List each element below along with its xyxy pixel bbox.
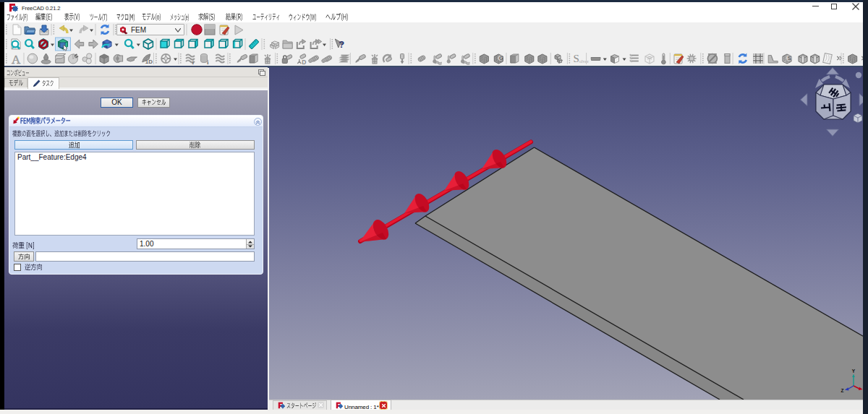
svg-text:Y: Y (852, 368, 856, 374)
svg-text:1D: 1D (145, 59, 153, 65)
svg-text:?: ? (339, 39, 344, 50)
svg-text:S: S (788, 55, 791, 61)
svg-text:A: A (12, 53, 21, 66)
svg-text:olver: olver (579, 59, 590, 64)
svg-text:G: G (499, 55, 503, 61)
svg-text:D: D (302, 59, 306, 66)
svg-text:i: i (207, 59, 209, 66)
svg-text:Z: Z (841, 388, 844, 393)
